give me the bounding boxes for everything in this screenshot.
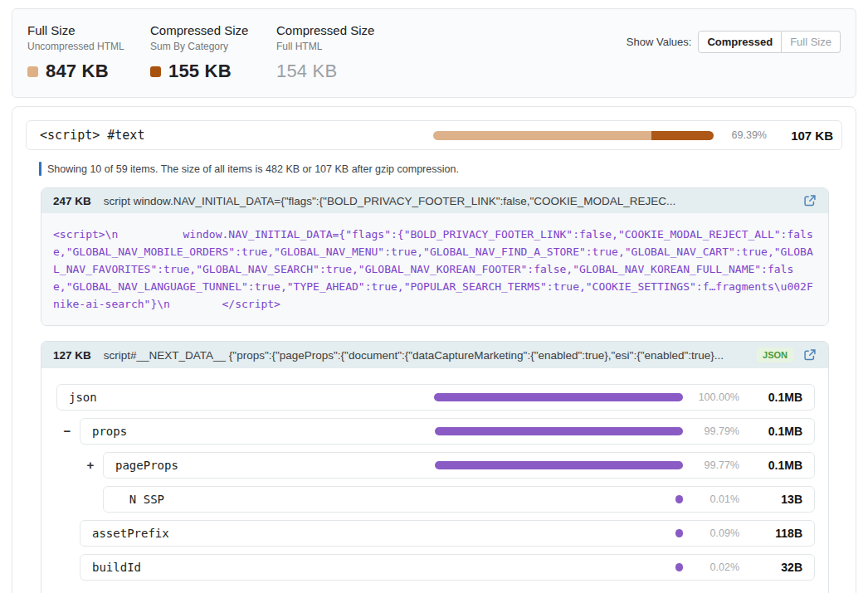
tree-node-size: 32B: [748, 561, 802, 574]
stat-label: Compressed Size: [276, 22, 374, 39]
tree-size-bar: [434, 393, 683, 401]
item-title: script#__NEXT_DATA__ {"props":{"pageProp…: [104, 349, 747, 362]
tree-bar-fill: [675, 495, 683, 503]
tree-node-size: 0.1MB: [748, 391, 802, 404]
tree-row-assetprefix: assetPrefix 0.09% 118B: [56, 520, 815, 547]
toggle-compressed-button[interactable]: Compressed: [698, 31, 782, 53]
script-item-card-nav-initial-data: 247 KB script window.NAV_INITIAL_DATA={"…: [41, 187, 829, 326]
tree-node-percent: 99.79%: [691, 425, 739, 437]
stats-summary-card: Full Size Uncompressed HTML 847 KB Compr…: [12, 8, 856, 98]
tree-size-bar: [434, 529, 683, 537]
html-size-analyzer-page: Full Size Uncompressed HTML 847 KB Compr…: [0, 8, 868, 593]
tree-row-box[interactable]: __N_SSP 0.01% 13B: [103, 486, 815, 513]
stat-sublabel: Sum By Category: [150, 40, 276, 53]
category-title: <script> #text: [40, 128, 433, 143]
tree-size-bar: [434, 563, 683, 571]
tree-size-bar: [434, 495, 683, 503]
full-size-bar-segment: [433, 131, 651, 140]
toggle-full-size-button[interactable]: Full Size: [782, 31, 841, 53]
category-size: 107 KB: [777, 129, 833, 143]
stat-label: Full Size: [27, 22, 150, 39]
tree-bar-fill: [435, 461, 683, 469]
tree-node-percent: 0.01%: [691, 493, 739, 505]
note-accent-bar: [39, 162, 41, 176]
json-badge: JSON: [757, 348, 793, 362]
tree-row-buildid: buildId 0.02% 32B: [56, 554, 815, 581]
show-values-label: Show Values:: [627, 36, 692, 48]
stat-value: 847 KB: [46, 61, 109, 82]
script-item-card-next-data: 127 KB script#__NEXT_DATA__ {"props":{"p…: [41, 341, 829, 593]
compressed-color-swatch: [150, 66, 161, 77]
tree-row-n-ssp: __N_SSP 0.01% 13B: [56, 486, 815, 513]
category-percent: 69.39%: [720, 129, 767, 141]
show-values-toggle-group: Compressed Full Size: [698, 31, 841, 53]
note-text: Showing 10 of 59 items. The size of all …: [47, 163, 459, 175]
full-size-color-swatch: [27, 66, 38, 77]
tree-row-box[interactable]: json 100.00% 0.1MB: [56, 384, 815, 411]
item-header[interactable]: 247 KB script window.NAV_INITIAL_DATA={"…: [41, 188, 828, 213]
stat-compressed-full-html: Compressed Size Full HTML 154 KB: [276, 22, 374, 82]
items-summary-note: Showing 10 of 59 items. The size of all …: [39, 162, 842, 176]
compressed-bar-segment: [651, 131, 714, 140]
item-header[interactable]: 127 KB script#__NEXT_DATA__ {"props":{"p…: [41, 342, 828, 368]
tree-bar-fill: [435, 427, 683, 435]
tree-node-percent: 0.02%: [691, 561, 739, 573]
tree-bar-fill: [434, 393, 683, 401]
tree-node-percent: 100.00%: [691, 391, 739, 403]
tree-size-bar: [434, 461, 683, 469]
show-values-control: Show Values: Compressed Full Size: [627, 31, 841, 53]
tree-node-label: json: [69, 391, 434, 404]
tree-node-size: 13B: [748, 493, 802, 506]
tree-row-props: − props 99.79% 0.1MB: [56, 418, 815, 445]
tree-bar-fill: [675, 529, 683, 537]
tree-node-label: buildId: [92, 561, 434, 574]
stat-sublabel: Full HTML: [276, 40, 374, 53]
tree-row-box[interactable]: props 99.79% 0.1MB: [80, 418, 815, 445]
tree-row-box[interactable]: buildId 0.02% 32B: [80, 554, 815, 581]
stat-value: 155 KB: [168, 61, 232, 82]
item-size: 247 KB: [53, 195, 91, 207]
stat-full-size: Full Size Uncompressed HTML 847 KB: [27, 22, 150, 82]
tree-node-label: pageProps: [115, 459, 434, 472]
collapse-toggle-icon[interactable]: −: [60, 424, 75, 438]
tree-node-size: 118B: [748, 527, 802, 540]
tree-row-box[interactable]: assetPrefix 0.09% 118B: [80, 520, 815, 547]
script-source-preview: <script>\n window.NAV_INITIAL_DATA={"fla…: [41, 213, 828, 325]
tree-row-box[interactable]: pageProps 99.77% 0.1MB: [103, 452, 815, 479]
tree-node-label: __N_SSP: [115, 493, 434, 506]
tree-size-bar: [434, 427, 683, 435]
item-title: script window.NAV_INITIAL_DATA={"flags":…: [104, 195, 793, 207]
stat-compressed-by-category: Compressed Size Sum By Category 155 KB: [150, 22, 276, 82]
category-size-bar: [433, 131, 714, 140]
tree-row-pageprops: + pageProps 99.77% 0.1MB: [56, 452, 815, 479]
category-row-script-text[interactable]: <script> #text 69.39% 107 KB: [26, 120, 842, 150]
tree-bar-fill: [675, 563, 683, 571]
tree-node-label: props: [92, 425, 434, 438]
item-size: 127 KB: [53, 349, 91, 362]
stat-sublabel: Uncompressed HTML: [27, 40, 150, 53]
json-tree: json 100.00% 0.1MB − props 99.79% 0.1MB: [41, 368, 828, 593]
expand-toggle-icon[interactable]: +: [83, 458, 98, 472]
stat-label: Compressed Size: [150, 22, 276, 39]
tree-node-percent: 0.09%: [691, 527, 739, 539]
tree-row-json: json 100.00% 0.1MB: [56, 384, 815, 411]
tree-node-percent: 99.77%: [691, 459, 739, 471]
external-link-icon[interactable]: [803, 348, 817, 362]
external-link-icon[interactable]: [803, 194, 817, 207]
tree-node-size: 0.1MB: [748, 425, 802, 438]
analysis-panel: <script> #text 69.39% 107 KB Showing 10 …: [12, 106, 856, 593]
tree-node-size: 0.1MB: [748, 459, 802, 472]
tree-node-label: assetPrefix: [92, 527, 434, 540]
stat-value: 154 KB: [276, 61, 337, 82]
